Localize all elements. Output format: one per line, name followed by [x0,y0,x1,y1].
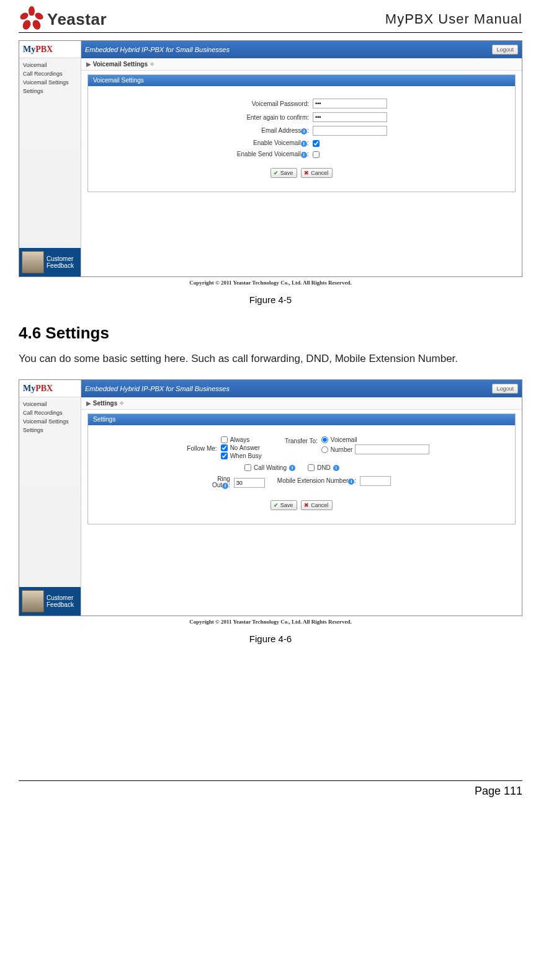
cancel-button[interactable]: ✖ Cancel [301,500,333,510]
whenbusy-checkbox[interactable] [221,452,228,459]
mobile-ext-label: Mobile Extension Number [277,477,349,484]
panel: Settings Follow Me: Always No Answer Whe… [87,413,516,524]
panel-title: Voicemail Settings [88,75,515,86]
ringout-label-l2: Out [212,482,222,488]
transfer-label: Transfer To: [274,436,318,444]
page-footer: Page 111 [19,780,522,798]
triangle-icon: ▶ [86,400,91,407]
confirm-input[interactable] [313,112,387,122]
feedback-banner[interactable]: Customer Feedback [19,587,81,616]
enable-send-checkbox[interactable] [313,151,320,158]
cancel-label: Cancel [311,170,328,176]
check-icon: ✔ [274,170,279,176]
save-button[interactable]: ✔ Save [270,168,298,178]
doc-title: MyPBX User Manual [385,11,522,27]
svg-point-5 [29,15,34,20]
breadcrumb: ▶ Voicemail Settings ✧ [81,58,522,71]
sidebar-items: Voicemail Call Recordings Voicemail Sett… [19,397,81,436]
email-label: Email Address [261,127,301,134]
app-logo-b: PBX [35,384,53,394]
cancel-label: Cancel [311,502,328,508]
sidebar-item-voicemail-settings[interactable]: Voicemail Settings [23,78,79,87]
refresh-icon: ✧ [150,61,154,68]
sidebar: MyPBX Voicemail Call Recordings Voicemai… [19,380,81,616]
enable-voicemail-label: Enable Voicemail [253,139,301,146]
svg-point-4 [31,19,42,31]
breadcrumb: ▶ Settings ✧ [81,397,522,410]
always-checkbox[interactable] [221,436,228,443]
followme-label: Follow Me: [174,436,217,452]
sidebar-item-settings[interactable]: Settings [23,426,79,435]
info-icon[interactable]: i [289,465,295,471]
brand-logo: Yeastar [19,6,107,32]
svg-point-0 [29,6,35,16]
panel-title: Settings [88,414,515,425]
feedback-line1: Customer [47,594,74,601]
option-always: Always [230,436,250,443]
option-number: Number [331,446,353,453]
callwaiting-label: Call Waiting [254,464,287,471]
refresh-icon: ✧ [119,400,124,407]
email-input[interactable] [313,126,387,136]
x-icon: ✖ [304,170,309,176]
banner-text: Embedded Hybrid IP-PBX for Small Busines… [85,46,230,53]
logout-button[interactable]: Logout [492,384,518,394]
app-logo-a: My [23,384,35,394]
page-number: Page 111 [475,785,522,797]
svg-point-3 [21,19,32,31]
app-logo-a: My [23,45,35,55]
callwaiting-checkbox[interactable] [244,464,251,471]
copyright-line: Copyright © 2011 Yeastar Technology Co.,… [19,619,522,625]
info-icon[interactable]: i [301,128,307,135]
avatar [22,251,44,273]
enable-send-label: Enable Send Voicemail [237,151,301,157]
info-icon[interactable]: i [222,483,228,489]
section-title: 4.6 Settings [19,324,522,343]
dnd-label: DND [317,464,331,471]
x-icon: ✖ [304,502,309,508]
dnd-checkbox[interactable] [308,464,315,471]
save-label: Save [280,502,293,508]
option-voicemail: Voicemail [331,436,357,443]
password-input[interactable] [313,99,387,108]
feedback-banner[interactable]: Customer Feedback [19,248,81,276]
cancel-button[interactable]: ✖ Cancel [301,168,333,178]
check-icon: ✔ [274,502,279,508]
page-header: Yeastar MyPBX User Manual [19,6,522,33]
flower-icon [19,6,45,32]
banner-text: Embedded Hybrid IP-PBX for Small Busines… [85,385,230,392]
mobile-ext-input[interactable] [360,476,391,486]
sidebar-items: Voicemail Call Recordings Voicemail Sett… [19,58,81,97]
svg-point-2 [34,11,44,21]
ringout-input[interactable] [234,478,265,488]
option-whenbusy: When Busy [230,452,262,459]
logout-button[interactable]: Logout [492,45,518,55]
transfer-number-input[interactable] [355,444,429,454]
brand-text: Yeastar [47,10,107,29]
sidebar: MyPBX Voicemail Call Recordings Voicemai… [19,41,81,276]
sidebar-item-settings[interactable]: Settings [23,87,79,95]
sidebar-item-voicemail[interactable]: Voicemail [23,400,79,408]
figure-caption-1: Figure 4-5 [19,294,522,305]
app-logo: MyPBX [19,380,81,397]
feedback-line2: Feedback [47,601,74,608]
transfer-voicemail-radio[interactable] [321,436,328,443]
sidebar-item-voicemail-settings[interactable]: Voicemail Settings [23,417,79,426]
sidebar-item-call-recordings[interactable]: Call Recordings [23,408,79,417]
sidebar-item-voicemail[interactable]: Voicemail [23,61,79,69]
info-icon[interactable]: i [301,152,307,158]
enable-voicemail-checkbox[interactable] [313,140,320,147]
sidebar-item-call-recordings[interactable]: Call Recordings [23,69,79,78]
noanswer-checkbox[interactable] [221,444,228,451]
password-label: Voicemail Password: [216,100,309,107]
svg-point-1 [19,11,29,21]
panel: Voicemail Settings Voicemail Password: E… [87,74,516,192]
info-icon[interactable]: i [301,141,307,147]
save-button[interactable]: ✔ Save [270,500,298,510]
transfer-number-radio[interactable] [321,446,328,453]
info-icon[interactable]: i [333,465,339,471]
breadcrumb-text: Settings [93,400,117,407]
info-icon[interactable]: i [348,479,354,485]
triangle-icon: ▶ [86,61,91,68]
option-noanswer: No Answer [230,444,260,451]
